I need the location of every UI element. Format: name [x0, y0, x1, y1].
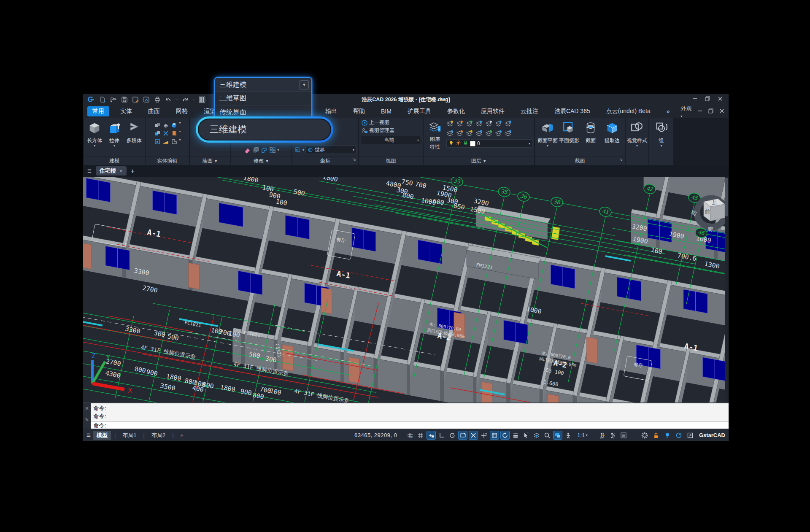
- layout-tab-布局1[interactable]: 布局1: [119, 431, 140, 440]
- statusbar-pattern-icon[interactable]: [490, 431, 499, 440]
- doc-restore-button[interactable]: [707, 108, 714, 116]
- menu-tab-常用[interactable]: 常用: [87, 106, 109, 116]
- mini-blue-icon[interactable]: [154, 130, 161, 137]
- statusbar-ortho-icon[interactable]: [437, 431, 446, 440]
- appearance-menu[interactable]: 外观 ▾: [681, 105, 692, 119]
- mini-corner-icon[interactable]: [170, 138, 178, 145]
- undo-icon[interactable]: [163, 95, 173, 104]
- statusbar-menu-icon[interactable]: ≡: [86, 432, 91, 439]
- mini-gray-icon[interactable]: [154, 121, 161, 128]
- statusbar-dyninput-icon[interactable]: [458, 431, 467, 440]
- mini-x-icon[interactable]: [162, 130, 169, 137]
- scrollbar-thumb[interactable]: [725, 178, 728, 216]
- viewport-scrollbar[interactable]: [725, 177, 729, 402]
- doc-menu-icon[interactable]: ≡: [87, 167, 92, 175]
- menu-tab-曲面[interactable]: 曲面: [143, 106, 165, 116]
- cmd-close-icon[interactable]: ✕: [85, 406, 89, 411]
- layer-state-icon[interactable]: [466, 120, 473, 127]
- button-多段体[interactable]: 多段体: [125, 119, 143, 156]
- layer-state-icon[interactable]: [485, 130, 492, 137]
- view-manager-button[interactable]: 视图管理器: [361, 127, 421, 134]
- statusbar-snapobj-icon[interactable]: [427, 431, 436, 440]
- app-logo-icon[interactable]: G▾: [86, 95, 96, 104]
- menu-tab-应用软件[interactable]: 应用软件: [476, 106, 510, 116]
- statusbar-zoom-icon[interactable]: [543, 431, 552, 440]
- layer-state-icon[interactable]: [456, 120, 463, 127]
- columns-icon[interactable]: [197, 95, 207, 104]
- mo-erase-icon[interactable]: [243, 146, 251, 154]
- menu-tab-»[interactable]: »: [662, 107, 675, 116]
- savedots-icon[interactable]: [141, 95, 151, 104]
- layer-state-icon[interactable]: [456, 130, 463, 137]
- new-doc-tab-button[interactable]: +: [131, 167, 135, 175]
- mini-wedge-icon[interactable]: [162, 138, 169, 145]
- statusbar-lineweight-icon[interactable]: [511, 431, 520, 440]
- statusbar-grid-icon[interactable]: [416, 431, 425, 440]
- new-icon[interactable]: [97, 95, 108, 104]
- open-icon[interactable]: [108, 95, 119, 104]
- statusbar-layeriso-icon[interactable]: [532, 431, 541, 440]
- statusbar-person-gray-icon[interactable]: [608, 431, 618, 440]
- menu-tab-BIM[interactable]: BIM: [376, 107, 397, 116]
- layer-state-icon[interactable]: [495, 130, 502, 137]
- button-平面摄影[interactable]: 平面摄影: [559, 119, 579, 156]
- saveas-icon[interactable]: [130, 95, 140, 104]
- redo-icon[interactable]: [180, 95, 190, 104]
- row-caret-icon[interactable]: ▾: [179, 130, 181, 137]
- menu-tab-实体[interactable]: 实体: [115, 106, 137, 116]
- statusbar-monitor-icon[interactable]: [553, 431, 562, 440]
- mo-copy-icon[interactable]: [252, 146, 259, 154]
- doc-tab-active[interactable]: 住宅楼×: [96, 166, 127, 176]
- layer-properties-button[interactable]: 图层特性: [425, 119, 445, 156]
- statusbar-gear-icon[interactable]: [640, 431, 649, 440]
- menu-tab-扩展工具[interactable]: 扩展工具: [402, 106, 436, 116]
- statusbar-lock-icon[interactable]: [651, 431, 661, 440]
- print-icon[interactable]: [152, 95, 162, 104]
- statusbar-expand-icon[interactable]: [686, 431, 695, 440]
- statusbar-person-orange-icon[interactable]: [598, 431, 607, 440]
- caret-icon[interactable]: [191, 95, 196, 104]
- statusbar-gauge-icon[interactable]: [674, 431, 683, 440]
- layer-state-icon[interactable]: [495, 120, 502, 127]
- statusbar-list-icon[interactable]: [619, 431, 628, 440]
- menu-tab-云批注[interactable]: 云批注: [516, 106, 543, 116]
- button-截面平面[interactable]: 截面平面▾: [538, 119, 558, 156]
- statusbar-annoperson-icon[interactable]: [564, 431, 573, 440]
- statusbar-isoplane-icon[interactable]: [469, 431, 478, 440]
- layout-tab-+[interactable]: +: [177, 431, 187, 439]
- statusbar-gridsnap-icon[interactable]: [405, 431, 415, 440]
- cmd-edit-icon[interactable]: ✎: [85, 417, 89, 423]
- restore-button[interactable]: [702, 95, 713, 104]
- doc-close-button[interactable]: [718, 108, 725, 116]
- close-button[interactable]: [714, 95, 726, 104]
- annotation-scale[interactable]: 1:1▾: [575, 432, 589, 438]
- layer-state-icon[interactable]: [446, 120, 454, 127]
- layer-state-icon[interactable]: [446, 130, 454, 137]
- mo-pedit-icon[interactable]: [260, 146, 267, 154]
- mo-array-icon[interactable]: [269, 146, 276, 154]
- drawing-viewport[interactable]: 1800180048007507001500300800190010006003…: [83, 177, 725, 402]
- minimize-button[interactable]: [689, 95, 701, 104]
- doc-tab-close-icon[interactable]: ×: [119, 168, 123, 174]
- row-caret-icon[interactable]: ▾: [179, 121, 181, 128]
- ucs-combo[interactable]: 世界▾: [305, 146, 356, 154]
- ucs-icon[interactable]: [294, 146, 301, 154]
- menu-tab-浩辰CAD 365[interactable]: 浩辰CAD 365: [549, 106, 595, 116]
- layer-state-icon[interactable]: [485, 120, 492, 127]
- menu-tab-网格[interactable]: 网格: [171, 106, 193, 116]
- mini-sblue-icon[interactable]: [154, 138, 161, 145]
- workspace-dropdown-current[interactable]: 三维建模 ▼: [215, 78, 311, 92]
- mini-mix-icon[interactable]: [162, 121, 169, 128]
- workspace-option-2d[interactable]: 二维草图: [215, 92, 311, 105]
- mini-door-icon[interactable]: [170, 130, 178, 137]
- visual-styles-button[interactable]: 视觉样式▾: [627, 119, 647, 165]
- menu-tab-参数化[interactable]: 参数化: [442, 106, 470, 116]
- save-icon[interactable]: [119, 95, 130, 104]
- statusbar-bulb-icon[interactable]: [663, 431, 672, 440]
- menu-tab-输出[interactable]: 输出: [320, 106, 342, 116]
- button-拉伸[interactable]: 拉伸▾: [105, 119, 124, 156]
- prev-view-button[interactable]: 上一视图: [361, 119, 421, 126]
- statusbar-osnap-icon[interactable]: [479, 431, 489, 440]
- group-button[interactable]: 组▾: [651, 119, 671, 165]
- statusbar-polar-icon[interactable]: [448, 431, 457, 440]
